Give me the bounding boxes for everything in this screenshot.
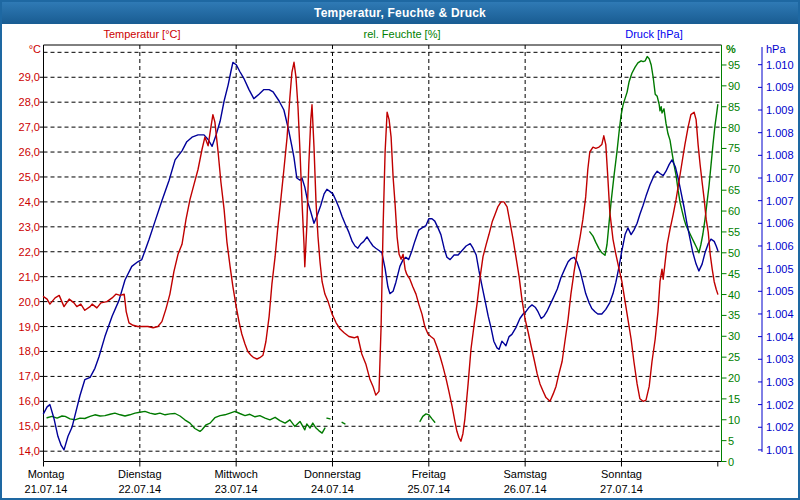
- pressure-tick-label: 1.006: [766, 240, 794, 252]
- weather-chart: °C29,028,027,026,025,024,023,022,021,020…: [2, 2, 800, 500]
- pressure-tick-label: 1.010: [766, 59, 794, 71]
- temperature-header: Temperatur [°C]: [103, 28, 180, 40]
- temperature-tick-label: 18,0: [19, 345, 40, 357]
- humidity-tick-label: 50: [728, 247, 740, 259]
- humidity-tick-label: 30: [728, 330, 740, 342]
- chart-area: °C29,028,027,026,025,024,023,022,021,020…: [2, 2, 800, 500]
- pressure-tick-label: 1.004: [766, 331, 794, 343]
- temperature-tick-label: 14,0: [19, 445, 40, 457]
- humidity-tick-label: 70: [728, 163, 740, 175]
- pressure-tick-label: 1.002: [766, 421, 794, 433]
- humidity-curve: [47, 411, 325, 433]
- temperature-tick-label: 24,0: [19, 196, 40, 208]
- temperature-tick-label: 28,0: [19, 96, 40, 108]
- day-date-label: 22.07.14: [118, 483, 161, 495]
- humidity-tick-label: 15: [728, 393, 740, 405]
- pressure-tick-label: 1.007: [766, 195, 794, 207]
- pressure-tick-label: 1.008: [766, 127, 794, 139]
- pressure-tick-label: 1.003: [766, 376, 794, 388]
- temperature-tick-label: 16,0: [19, 395, 40, 407]
- humidity-header: rel. Feuchte [%]: [363, 28, 440, 40]
- humidity-tick-label: 35: [728, 309, 740, 321]
- humidity-tick-label: 65: [728, 184, 740, 196]
- temperature-tick-label: 26,0: [19, 146, 40, 158]
- title-bar: Temperatur, Feuchte & Druck: [2, 2, 798, 24]
- pressure-tick-label: 1.004: [766, 308, 794, 320]
- pressure-tick-label: 1.005: [766, 263, 794, 275]
- temperature-tick-label: 21,0: [19, 271, 40, 283]
- temperature-tick-label: 19,0: [19, 321, 40, 333]
- humidity-tick-label: 55: [728, 226, 740, 238]
- pressure-tick-label: 1.005: [766, 285, 794, 297]
- humidity-curve: [342, 422, 345, 424]
- app-window: °C29,028,027,026,025,024,023,022,021,020…: [0, 0, 800, 500]
- day-name-label: Freitag: [412, 468, 446, 480]
- pressure-header: Druck [hPa]: [625, 28, 682, 40]
- day-date-label: 24.07.14: [311, 483, 354, 495]
- humidity-axis-unit: %: [726, 43, 736, 55]
- humidity-tick-label: 5: [728, 435, 734, 447]
- day-date-label: 23.07.14: [215, 483, 258, 495]
- humidity-tick-label: 80: [728, 122, 740, 134]
- temperature-tick-label: 15,0: [19, 420, 40, 432]
- pressure-tick-label: 1.009: [766, 104, 794, 116]
- temperature-tick-label: 29,0: [19, 71, 40, 83]
- temperature-tick-label: 27,0: [19, 121, 40, 133]
- humidity-curve: [327, 418, 330, 419]
- pressure-tick-label: 1.009: [766, 81, 794, 93]
- window-title: Temperatur, Feuchte & Druck: [314, 6, 486, 20]
- day-name-label: Samstag: [503, 468, 546, 480]
- humidity-tick-label: 85: [728, 101, 740, 113]
- humidity-tick-label: 90: [728, 80, 740, 92]
- pressure-axis-unit: hPa: [766, 43, 786, 55]
- day-date-label: 25.07.14: [407, 483, 450, 495]
- temperature-tick-label: 20,0: [19, 296, 40, 308]
- humidity-curve: [420, 414, 435, 422]
- temperature-tick-label: 17,0: [19, 370, 40, 382]
- pressure-tick-label: 1.006: [766, 217, 794, 229]
- humidity-tick-label: 75: [728, 142, 740, 154]
- humidity-tick-label: 40: [728, 289, 740, 301]
- pressure-tick-label: 1.003: [766, 353, 794, 365]
- humidity-tick-label: 25: [728, 351, 740, 363]
- pressure-tick-label: 1.002: [766, 399, 794, 411]
- temperature-axis-unit: °C: [29, 43, 41, 55]
- day-name-label: Mittwoch: [214, 468, 257, 480]
- day-name-label: Sonntag: [601, 468, 642, 480]
- pressure-tick-label: 1.008: [766, 149, 794, 161]
- pressure-tick-label: 1.007: [766, 172, 794, 184]
- humidity-tick-label: 20: [728, 372, 740, 384]
- day-name-label: Donnerstag: [304, 468, 361, 480]
- day-date-label: 27.07.14: [600, 483, 643, 495]
- pressure-tick-label: 1.001: [766, 444, 794, 456]
- temperature-tick-label: 23,0: [19, 221, 40, 233]
- humidity-tick-label: 95: [728, 59, 740, 71]
- humidity-tick-label: 0: [728, 456, 734, 468]
- humidity-tick-label: 60: [728, 205, 740, 217]
- day-name-label: Dienstag: [118, 468, 161, 480]
- day-date-label: 21.07.14: [25, 483, 68, 495]
- temperature-tick-label: 25,0: [19, 171, 40, 183]
- humidity-tick-label: 10: [728, 414, 740, 426]
- temperature-tick-label: 22,0: [19, 246, 40, 258]
- day-name-label: Montag: [28, 468, 65, 480]
- day-date-label: 26.07.14: [504, 483, 547, 495]
- humidity-tick-label: 45: [728, 268, 740, 280]
